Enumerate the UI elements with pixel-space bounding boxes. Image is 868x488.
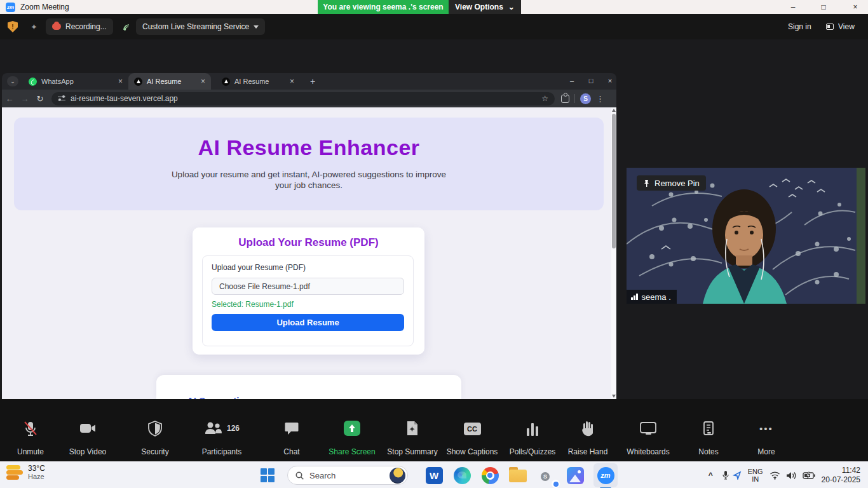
scroll-up-icon[interactable] <box>612 109 616 112</box>
whiteboard-icon <box>639 421 657 436</box>
temperature: 33°C <box>28 464 45 473</box>
chat-button[interactable]: Chat <box>276 421 308 456</box>
remove-pin-button[interactable]: Remove Pin <box>637 175 706 191</box>
tab-search-button[interactable]: ⌄ <box>7 76 18 86</box>
recording-indicator[interactable]: Recording... <box>46 18 113 35</box>
ai-suggestions-card: AI Suggestions <box>156 375 461 399</box>
search-placeholder: Search <box>309 471 384 480</box>
reload-icon[interactable]: ↻ <box>32 94 48 104</box>
scroll-down-icon[interactable] <box>612 395 616 398</box>
meeting-info-shield-icon[interactable]: ! <box>8 21 18 32</box>
browser-close-button[interactable]: × <box>602 73 616 88</box>
maximize-button[interactable]: □ <box>815 0 832 14</box>
taskbar-zoom-active[interactable]: zm <box>593 463 618 487</box>
search-icon <box>295 471 304 480</box>
extensions-icon[interactable] <box>561 95 569 103</box>
security-button[interactable]: Security <box>136 421 174 456</box>
whiteboards-button[interactable]: Whiteboards <box>624 421 672 456</box>
connection-signal-icon <box>631 294 638 300</box>
browser-menu-icon[interactable]: ⋮ <box>596 94 604 104</box>
hero-panel: AI Resume Enhancer Upload your resume an… <box>14 118 604 210</box>
profile-avatar[interactable]: S <box>580 93 591 104</box>
caret-down-icon <box>254 25 259 29</box>
page-scrollbar[interactable] <box>611 107 616 399</box>
taskbar-search[interactable]: Search <box>287 466 408 485</box>
tab-close-icon[interactable]: × <box>290 77 294 86</box>
participants-count: 126 <box>227 424 240 433</box>
taskbar-photos[interactable] <box>566 466 585 485</box>
raised-hand-icon <box>581 421 595 437</box>
start-button[interactable] <box>258 466 277 485</box>
windows-taskbar: 33°C Haze Search W S <box>0 461 868 488</box>
forward-icon[interactable]: → <box>17 94 32 104</box>
sign-in-button[interactable]: Sign in <box>788 18 811 35</box>
weather-condition: Haze <box>28 473 45 480</box>
vercel-favicon <box>222 78 230 86</box>
profile-badge: S <box>541 472 550 481</box>
recording-cloud-icon <box>52 24 61 30</box>
address-bar[interactable]: ai-resume-tau-seven.vercel.app ☆ <box>51 92 555 105</box>
ai-companion-icon[interactable]: ✦ <box>31 18 37 35</box>
browser-minimize-button[interactable]: – <box>564 73 580 88</box>
tray-microphone-icon[interactable] <box>722 470 729 480</box>
zoom-app-icon: zm <box>597 467 614 484</box>
stop-video-button[interactable]: Stop Video <box>66 421 109 456</box>
view-options-button[interactable]: View Options ⌄ <box>449 0 521 14</box>
upload-field-label: Upload your Resume (PDF) <box>212 263 404 272</box>
upload-card-title: Upload Your Resume (PDF) <box>193 236 424 249</box>
unmute-button[interactable]: Unmute <box>10 421 51 456</box>
more-button[interactable]: ••• More <box>750 421 783 456</box>
tab-ai-resume-2[interactable]: AI Resume × <box>216 73 300 90</box>
tray-expand-icon[interactable]: ^ <box>709 471 713 480</box>
battery-icon[interactable] <box>803 471 815 480</box>
taskbar-edge[interactable] <box>452 466 471 485</box>
notes-icon <box>702 421 715 436</box>
live-streaming-service-button[interactable]: Custom Live Streaming Service <box>136 18 265 35</box>
taskbar-chrome[interactable] <box>480 466 499 485</box>
tab-whatsapp[interactable]: WhatsApp × <box>23 73 128 90</box>
taskbar-word[interactable]: W <box>424 466 444 485</box>
upload-resume-button[interactable]: Upload Resume <box>212 314 404 331</box>
close-button[interactable]: × <box>846 0 864 14</box>
weather-widget[interactable]: 33°C Haze <box>6 464 45 480</box>
speaker-icon[interactable] <box>786 471 797 480</box>
participants-button[interactable]: 126 Participants <box>194 421 249 456</box>
tab-close-icon[interactable]: × <box>118 77 123 86</box>
scrollbar-thumb[interactable] <box>612 114 616 248</box>
location-icon[interactable] <box>733 471 742 480</box>
wifi-icon[interactable] <box>770 471 780 480</box>
file-input[interactable]: Choose File Resume-1.pdf <box>212 278 404 295</box>
raise-hand-button[interactable]: Raise Hand <box>567 421 609 456</box>
toolbar-divider <box>574 94 575 103</box>
page-url: ai-resume-tau-seven.vercel.app <box>71 94 178 103</box>
taskbar-file-explorer[interactable] <box>508 466 527 485</box>
summary-document-icon <box>405 421 419 437</box>
clock[interactable]: 11:42 20-07-2025 <box>822 466 860 485</box>
language-indicator[interactable]: ENG IN <box>748 468 763 483</box>
app-title: Zoom Meeting <box>20 3 69 11</box>
selected-file-text: Selected: Resume-1.pdf <box>212 300 404 309</box>
polls-quizzes-button[interactable]: Polls/Quizzes <box>507 421 558 456</box>
chevron-down-icon: ⌄ <box>508 3 515 11</box>
viewing-screen-banner: You are viewing seema .'s screen <box>318 0 449 14</box>
view-layout-button[interactable]: View <box>826 18 855 35</box>
participants-icon <box>204 421 223 436</box>
bookmark-star-icon[interactable]: ☆ <box>541 94 548 103</box>
zoom-logo-icon: zm <box>6 3 15 12</box>
share-screen-button[interactable]: Share Screen <box>328 421 376 456</box>
minimize-button[interactable]: – <box>784 0 802 14</box>
site-settings-icon[interactable] <box>58 95 65 102</box>
browser-toolbar: ← → ↻ ai-resume-tau-seven.vercel.app ☆ S… <box>2 90 616 107</box>
back-icon[interactable]: ← <box>2 94 17 104</box>
new-tab-button[interactable]: + <box>307 76 318 87</box>
notes-button[interactable]: Notes <box>693 421 724 456</box>
browser-maximize-button[interactable]: □ <box>583 73 599 88</box>
shield-icon <box>148 421 162 437</box>
photos-icon <box>567 467 584 484</box>
pin-icon <box>643 179 650 187</box>
tab-close-icon[interactable]: × <box>201 77 205 86</box>
show-captions-button[interactable]: CC Show Captions <box>446 421 498 456</box>
taskbar-chrome-profile[interactable]: S <box>538 466 557 485</box>
stop-summary-button[interactable]: Stop Summary <box>386 421 438 456</box>
tab-ai-resume-active[interactable]: AI Resume × <box>128 73 211 90</box>
